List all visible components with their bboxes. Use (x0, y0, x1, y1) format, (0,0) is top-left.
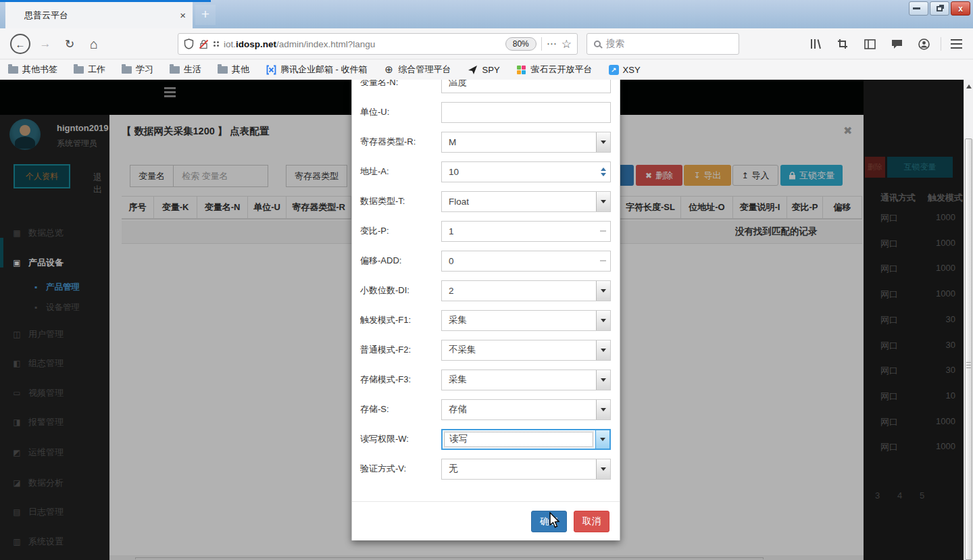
field-select[interactable]: 存储 (441, 399, 611, 420)
field-value: 0 (442, 256, 600, 266)
back-button[interactable]: ← (8, 28, 32, 59)
scrollbar-thumb[interactable] (965, 138, 972, 560)
reload-button[interactable]: ↻ (59, 28, 80, 59)
browser-window: 思普云平台 × + x ← → ↻ ⌂ iot.idosp.net/admin/… (0, 0, 973, 560)
field-select[interactable]: 无 (441, 459, 611, 480)
spinner-down-icon (601, 173, 606, 176)
bookmark-star-icon[interactable]: ☆ (562, 37, 572, 51)
bookmark-item[interactable]: ⊕综合管理平台 (384, 63, 451, 76)
field-select[interactable]: 采集 (441, 370, 611, 390)
field-input[interactable]: 0 (441, 251, 611, 272)
field-select[interactable]: 读写 (441, 429, 611, 450)
field-select[interactable]: 采集 (441, 310, 611, 331)
folder-icon (74, 66, 84, 74)
mouse-cursor (549, 512, 561, 530)
dropdown-button[interactable] (596, 192, 610, 211)
bookmark-item[interactable]: SPY (468, 64, 500, 75)
sidebar-toggle-icon[interactable] (862, 36, 877, 51)
bookmark-item[interactable]: 腾讯企业邮箱 - 收件箱 (266, 63, 368, 76)
field-value: Float (442, 197, 596, 207)
dropdown-button[interactable] (596, 340, 610, 360)
field-select[interactable]: M (441, 132, 611, 153)
chevron-down-icon (601, 289, 606, 292)
forward-button[interactable]: → (35, 28, 55, 59)
bookmark-item[interactable]: 学习 (122, 63, 153, 76)
scrollbar-up-arrow[interactable] (964, 81, 973, 92)
page-actions-icon[interactable]: ⋯ (547, 38, 557, 50)
url-bar[interactable]: iot.idosp.net/admin/index.html?langu 80%… (178, 33, 578, 55)
modal-footer: 确定 取消 (352, 501, 620, 540)
field-input[interactable]: 10 (441, 161, 611, 182)
form-row: 存储模式-F3:采集 (352, 365, 620, 394)
bookmark-label: 腾讯企业邮箱 - 收件箱 (280, 63, 368, 76)
chevron-down-icon (600, 438, 605, 441)
dropdown-button[interactable] (596, 459, 610, 479)
bookmark-item[interactable]: 其他 (218, 63, 249, 76)
field-select[interactable]: 不采集 (441, 340, 611, 361)
dropdown-button[interactable] (596, 400, 610, 419)
form-row: 普通模式-F2:不采集 (352, 335, 620, 365)
bookmark-item[interactable]: 其他书签 (8, 63, 57, 76)
search-icon (594, 41, 601, 47)
close-window-button[interactable]: x (951, 1, 970, 16)
account-icon[interactable] (916, 36, 931, 51)
field-value: 采集 (442, 374, 596, 386)
bookmark-item[interactable]: 生活 (170, 63, 201, 76)
dropdown-button[interactable] (596, 281, 610, 301)
urlbar-separator (541, 37, 542, 51)
bookmark-label: XSY (623, 65, 641, 75)
messages-icon[interactable] (889, 36, 904, 51)
globe-icon: ⊕ (384, 64, 395, 75)
permissions-icon[interactable] (214, 41, 216, 43)
field-value: M (442, 137, 596, 147)
point-edit-modal: 变量名-N:温度单位-U:寄存器类型-R:M地址-A:10数据类型-T:Floa… (351, 80, 620, 540)
field-input[interactable]: 温度 (441, 80, 611, 93)
page-viewport: hignton2019 系统管理员 个人资料 退出 ▦数据总览▣产品设备▪产品管… (0, 80, 973, 560)
browser-navbar: ← → ↻ ⌂ iot.idosp.net/admin/index.html?l… (0, 28, 973, 59)
tab-title: 思普云平台 (24, 9, 68, 22)
bookmark-label: 综合管理平台 (399, 63, 451, 76)
field-select[interactable]: 2 (441, 280, 611, 301)
field-label: 存储模式-F3: (360, 374, 441, 386)
resize-dash-icon (600, 260, 606, 261)
zoom-level-badge[interactable]: 80% (505, 37, 537, 51)
minimize-button[interactable] (909, 1, 928, 16)
browser-tab[interactable]: 思普云平台 × (5, 2, 193, 28)
field-label: 数据类型-T: (360, 195, 441, 207)
new-tab-button[interactable]: + (195, 5, 216, 25)
bookmark-item[interactable]: 萤石云开放平台 (516, 63, 593, 76)
field-label: 普通模式-F2: (360, 344, 441, 356)
folder-icon (122, 66, 132, 74)
toolbar-separator (941, 37, 941, 51)
crop-tool-icon[interactable] (835, 36, 850, 51)
search-input[interactable]: 搜索 (587, 33, 739, 55)
field-input[interactable] (441, 102, 611, 123)
form-row: 存储-S:存储 (352, 394, 620, 424)
scrollbar[interactable] (964, 80, 973, 560)
menu-icon[interactable] (949, 36, 964, 51)
shield-icon[interactable] (184, 39, 194, 49)
dropdown-button[interactable] (596, 370, 610, 390)
lock-insecure-icon[interactable] (199, 39, 209, 49)
chevron-down-icon (601, 378, 606, 382)
dropdown-button[interactable] (596, 132, 610, 152)
field-label: 变量名-N: (360, 80, 441, 88)
form-row: 触发模式-F1:采集 (352, 305, 620, 335)
url-text[interactable]: iot.idosp.net/admin/index.html?langu (224, 39, 501, 49)
restore-button[interactable] (930, 1, 949, 16)
field-input[interactable]: 1 (441, 221, 611, 242)
number-spinner[interactable] (598, 163, 608, 180)
cancel-button[interactable]: 取消 (574, 511, 609, 532)
dropdown-button[interactable] (596, 311, 610, 330)
tab-close-icon[interactable]: × (180, 10, 186, 20)
folder-icon (170, 66, 180, 74)
bookmark-item[interactable]: 工作 (74, 63, 105, 76)
bookmark-item[interactable]: ↗XSY (609, 65, 641, 75)
home-button[interactable]: ⌂ (84, 28, 104, 59)
url-fade (470, 39, 501, 49)
field-value: 1 (442, 226, 600, 236)
form-row: 单位-U: (352, 97, 620, 127)
library-icon[interactable] (808, 36, 823, 51)
field-select[interactable]: Float (441, 191, 611, 212)
dropdown-button[interactable] (595, 430, 609, 449)
